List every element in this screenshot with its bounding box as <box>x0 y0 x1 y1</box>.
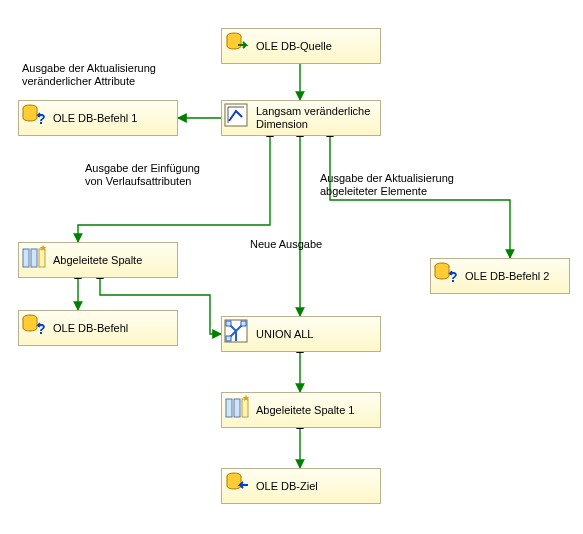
edge-label-historical-attr: Ausgabe der Einfügung von Verlaufsattrib… <box>85 162 245 188</box>
node-label: Abgeleitete Spalte 1 <box>256 404 354 417</box>
node-label: OLE DB-Ziel <box>256 480 318 493</box>
edge-label-new-output: Neue Ausgabe <box>250 238 322 251</box>
db-command-icon: ? <box>433 262 461 290</box>
svg-rect-23 <box>226 336 231 341</box>
node-label: OLE DB-Quelle <box>256 40 332 53</box>
svg-text:★: ★ <box>242 393 250 403</box>
db-command-icon: ? <box>21 104 49 132</box>
node-label: OLE DB-Befehl 1 <box>53 112 137 125</box>
svg-rect-12 <box>23 249 29 267</box>
svg-text:?: ? <box>37 111 46 127</box>
scd-icon <box>224 104 252 132</box>
node-slowly-changing-dimension[interactable]: Langsam veränderliche Dimension <box>221 100 381 136</box>
node-derived-column[interactable]: ★ Abgeleitete Spalte <box>18 242 178 278</box>
derived-column-icon: ★ <box>224 396 252 424</box>
svg-rect-25 <box>234 399 240 417</box>
node-label: OLE DB-Befehl 2 <box>465 270 549 283</box>
edge-label-inferred-member: Ausgabe der Aktualisierung abgeleiteter … <box>320 172 500 198</box>
node-ole-db-command[interactable]: ? OLE DB-Befehl <box>18 310 178 346</box>
node-label: Langsam veränderliche Dimension <box>256 105 374 130</box>
edge-label-changing-attr: Ausgabe der Aktualisierung veränderliche… <box>22 62 192 88</box>
node-label: OLE DB-Befehl <box>53 322 128 335</box>
db-destination-icon <box>224 472 252 500</box>
node-ole-db-command-1[interactable]: ? OLE DB-Befehl 1 <box>18 100 178 136</box>
node-union-all[interactable]: UNION ALL <box>221 316 381 352</box>
db-command-icon: ? <box>21 314 49 342</box>
svg-rect-21 <box>226 321 231 326</box>
node-ole-db-source[interactable]: OLE DB-Quelle <box>221 28 381 64</box>
db-source-icon <box>224 32 252 60</box>
svg-text:?: ? <box>37 321 46 337</box>
svg-rect-24 <box>226 399 232 417</box>
node-derived-column-1[interactable]: ★ Abgeleitete Spalte 1 <box>221 392 381 428</box>
svg-rect-13 <box>31 249 37 267</box>
node-ole-db-destination[interactable]: OLE DB-Ziel <box>221 468 381 504</box>
node-ole-db-command-2[interactable]: ? OLE DB-Befehl 2 <box>430 258 570 294</box>
derived-column-icon: ★ <box>21 246 49 274</box>
node-label: Abgeleitete Spalte <box>53 254 142 267</box>
svg-rect-22 <box>241 321 246 326</box>
svg-text:★: ★ <box>39 243 47 253</box>
union-all-icon <box>224 320 252 348</box>
node-label: UNION ALL <box>256 328 313 341</box>
svg-text:?: ? <box>449 269 458 285</box>
